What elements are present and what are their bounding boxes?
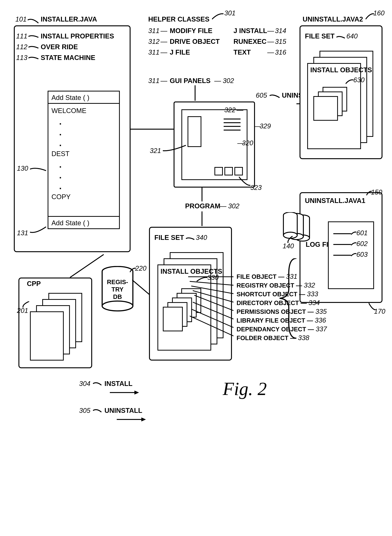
installer-title: INSTALLER.JAVA xyxy=(41,15,97,23)
ref-112: 112 xyxy=(16,43,27,51)
ref-302a: 302 xyxy=(223,77,234,85)
ref-316: 316 xyxy=(275,48,286,56)
sm-row-9: COPY xyxy=(51,191,119,202)
obj-336: LIBRARY FILE OBJECT xyxy=(237,317,305,324)
ref-640: 640 xyxy=(346,32,358,40)
sm-row-8: . xyxy=(51,181,119,191)
program-label: PROGRAM xyxy=(185,202,220,210)
log-label: LOG FILE xyxy=(306,241,324,248)
ref-302b: 302 xyxy=(228,202,239,210)
obj-334: DIRECTORY OBJECT xyxy=(237,299,299,306)
svg-line-36 xyxy=(190,316,233,336)
uj2-io-label: INSTALL OBJECTS xyxy=(310,66,372,74)
ref-160: 160 xyxy=(373,9,384,17)
ref-605: 605 xyxy=(256,91,267,99)
ref-101: 101 xyxy=(15,15,27,23)
svg-line-30 xyxy=(190,281,233,285)
fileset-fs-label: FILE SET xyxy=(154,234,184,241)
sm-row-3: . xyxy=(51,127,119,138)
helper-modify: MODIFY FILE xyxy=(170,27,212,35)
svg-point-24 xyxy=(102,301,133,311)
ref-301: 301 xyxy=(224,9,235,17)
install-label: INSTALL xyxy=(104,380,133,388)
ref-321: 321 xyxy=(150,147,161,155)
sm-row-1: WELCOME xyxy=(51,105,119,116)
gui-text-321 xyxy=(187,116,201,147)
log-cylinders xyxy=(283,212,310,243)
ref-h312: 312 xyxy=(148,38,159,45)
uninstall2-label: UNINSTALL xyxy=(104,407,142,414)
cpp-stack xyxy=(30,293,82,360)
uj2-fs-label: FILE SET xyxy=(305,32,335,40)
ref-130: 130 xyxy=(17,165,28,172)
ref-h311b: 311 xyxy=(148,48,159,56)
obj-331: FILE OBJECT xyxy=(237,273,276,280)
cpp-title: CPP xyxy=(27,280,41,288)
obj-333: SHORTCUT OBJECT xyxy=(237,291,297,298)
sm-row-4: . xyxy=(51,138,119,148)
ref-315: 315 xyxy=(275,38,286,45)
ref-630: 630 xyxy=(353,76,364,84)
sm-row-7: . xyxy=(51,170,119,181)
gui-btn-1[interactable] xyxy=(215,167,223,176)
obj-335: PERMISSIONS OBJECT xyxy=(237,308,306,315)
ref-329: 329 xyxy=(260,122,271,130)
ref-150: 150 xyxy=(371,188,382,196)
uj2-title: UNINSTALL.JAVA2 xyxy=(303,15,363,23)
helper-title: HELPER CLASSES xyxy=(148,15,210,23)
uj2-fileset-stack: INSTALL OBJECTS xyxy=(307,51,373,149)
svg-line-34 xyxy=(193,302,233,319)
svg-marker-28 xyxy=(141,417,146,422)
ref-602: 602 xyxy=(356,240,368,247)
helper-runexec: RUNEXEC xyxy=(233,38,266,45)
gui-btn-3[interactable] xyxy=(234,167,243,176)
sm-row-0: Add State ( ) xyxy=(48,91,119,104)
prop-111: INSTALL PROPERTIES xyxy=(41,32,114,40)
ref-305: 305 xyxy=(79,407,90,414)
gui-lines-322 xyxy=(224,119,241,131)
ref-314: 314 xyxy=(275,27,286,35)
uj1-title: UNINSTALL.JAVA1 xyxy=(305,197,365,204)
prop-113: STATE MACHINE xyxy=(41,54,95,62)
svg-line-33 xyxy=(194,295,233,311)
figure-caption: Fig. 2 xyxy=(223,378,267,399)
ref-340: 340 xyxy=(196,234,207,241)
ref-304: 304 xyxy=(79,380,90,388)
registry-db: REGIS-TRYDB xyxy=(101,266,134,312)
ref-h311a: 311 xyxy=(148,27,159,35)
sm-row-5: DEST xyxy=(51,148,119,159)
svg-marker-26 xyxy=(134,391,139,394)
gui-panels: GUI PANELS xyxy=(170,77,210,85)
ref-322: 322 xyxy=(224,106,235,114)
sm-row-10: Add State ( ) xyxy=(48,216,119,228)
ref-220: 220 xyxy=(135,265,146,272)
helper-jfile: J FILE xyxy=(170,48,190,56)
ref-131: 131 xyxy=(17,229,28,237)
ref-601: 601 xyxy=(356,229,368,237)
sm-row-2: . xyxy=(51,116,119,127)
gui-btn-2[interactable] xyxy=(224,167,233,176)
ref-113: 113 xyxy=(16,54,27,62)
helper-drive: DRIVE OBJECT xyxy=(170,38,220,45)
ref-603: 603 xyxy=(356,251,368,258)
obj-338: FOLDER OBJECT xyxy=(237,335,289,341)
sm-row-6: . xyxy=(51,159,119,170)
helper-jinstall: J INSTALL xyxy=(233,27,267,35)
helper-text: TEXT xyxy=(233,48,251,56)
prop-112: OVER RIDE xyxy=(41,43,78,51)
state-machine: Add State ( ) WELCOME . . . DEST . . . C… xyxy=(48,91,120,229)
ref-gui311: 311 xyxy=(148,77,159,85)
svg-line-35 xyxy=(191,309,233,327)
ref-323: 323 xyxy=(250,184,261,191)
ref-111: 111 xyxy=(16,32,27,40)
obj-337: DEPENDANCY OBJECT xyxy=(237,326,306,332)
svg-line-31 xyxy=(191,286,233,294)
obj-332: REGISTRY OBJECT xyxy=(237,282,294,289)
